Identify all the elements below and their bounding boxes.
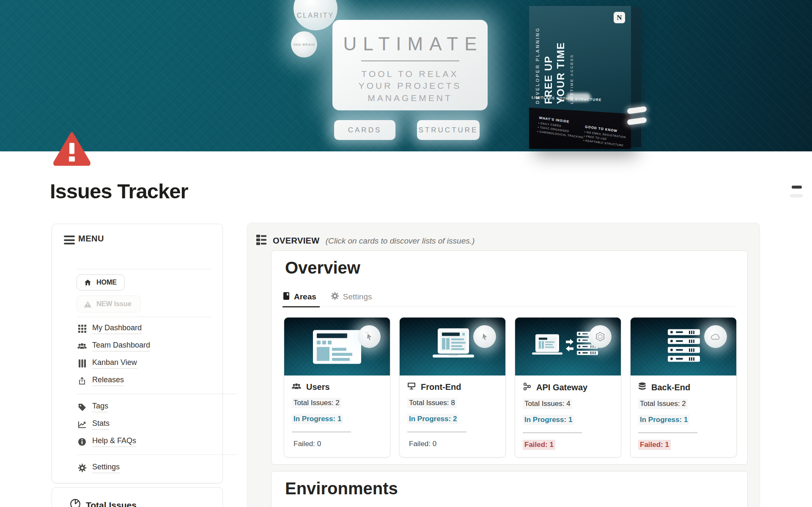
- banner-cards-chip: CARDS: [334, 120, 395, 140]
- main-content-panel: OVERVIEW (Click on cards to discover lis…: [247, 223, 760, 507]
- sidebar-stats-card: Total Issues: [52, 487, 223, 507]
- sidebar-item-releases[interactable]: Releases: [77, 372, 213, 389]
- team-people-icon: [77, 342, 87, 351]
- hero-title: ULTIMATE: [332, 33, 488, 55]
- total-issues-stat: Total Issues: 8: [407, 398, 457, 408]
- api-gateway-card-illustration: [515, 318, 621, 375]
- area-card-title-row: Back-End: [638, 382, 729, 393]
- issues-tracker-page: CLARITY 2ND BRAIN ULTIMATE TOOL TO RELAX…: [0, 0, 812, 507]
- second-brain-bubble: 2ND BRAIN: [291, 31, 317, 58]
- home-button[interactable]: HOME: [77, 274, 125, 290]
- pie-chart-icon: [70, 499, 81, 507]
- sidebar-item-label: Kanban View: [92, 358, 137, 369]
- failed-stat: Failed: 0: [292, 439, 323, 449]
- collapse-minus-icon[interactable]: [792, 186, 802, 189]
- overview-card: Overview Areas Settings: [271, 250, 748, 465]
- front-end-card-body: Front-End Total Issues: 8 In Progress: 2…: [400, 375, 505, 449]
- box-kicker: DEVELOPER PLANNING: [535, 21, 540, 104]
- cloud-badge-icon: [704, 325, 727, 348]
- home-button-label: HOME: [96, 279, 117, 286]
- failed-stat: Failed: 0: [407, 439, 438, 449]
- failed-stat: Failed: 1: [638, 440, 671, 450]
- sidebar-item-label: Settings: [92, 463, 120, 473]
- users-card-illustration: [284, 318, 390, 375]
- area-card-api-gateway[interactable]: API Gateway Total Issues: 4 In Progress:…: [515, 317, 621, 458]
- info-circle-icon: [77, 437, 87, 447]
- box-bottom-band: WHAT'S INSIDE DAILY CARDS TOPIC ORGANISE…: [529, 107, 631, 149]
- area-card-back-end[interactable]: Back-End Total Issues: 2 In Progress: 1 …: [630, 317, 737, 458]
- product-box: N DEVELOPER PLANNING FREE UP YOUR TIME L…: [529, 6, 641, 150]
- total-issues-row: Total Issues: [70, 499, 137, 507]
- sidebar-item-tags[interactable]: Tags: [77, 398, 213, 416]
- sidebar-divider: [77, 269, 212, 269]
- sidebar-item-label: Team Dashboard: [92, 341, 150, 351]
- notion-logo: N: [614, 12, 625, 23]
- area-card-title-row: API Gateway: [523, 382, 613, 393]
- api-gateway-icon: [523, 382, 531, 393]
- overview-tabs: Areas Settings: [283, 287, 735, 307]
- sidebar-item-kanban-view[interactable]: Kanban View: [77, 355, 213, 372]
- sidebar-item-label: Releases: [92, 375, 124, 386]
- new-issue-button-label: NEW Issue: [96, 300, 132, 308]
- overview-section-header: OVERVIEW (Click on cards to discover lis…: [256, 234, 475, 247]
- area-cards-grid: Users Total Issues: 2 In Progress: 1 Fai…: [284, 317, 737, 458]
- box-subtitle: LIFETIME ACCESS: [570, 21, 574, 104]
- page-title: Issues Tracker: [50, 179, 188, 203]
- new-issue-warning-icon: [83, 299, 92, 309]
- total-issues-stat: Total Issues: 2: [292, 398, 341, 408]
- clarity-bubble: CLARITY: [294, 0, 337, 30]
- dashboard-grid-icon: [77, 324, 87, 334]
- kanban-columns-icon: [77, 359, 87, 368]
- overview-title: Overview: [285, 258, 360, 277]
- settings-tab-gear-icon: [331, 292, 339, 302]
- hamburger-menu-icon[interactable]: [64, 236, 75, 244]
- sidebar-divider: [77, 455, 236, 455]
- hero-subtitle: TOOL TO RELAX YOUR PROJECTS MANAGEMENT: [343, 68, 478, 104]
- area-card-name: Back-End: [651, 383, 690, 392]
- share-export-icon: [77, 376, 87, 386]
- sidebar-item-settings[interactable]: Settings: [77, 459, 213, 477]
- box-know-column: GOOD TO KNOW NO EMAIL REGISTRATION FREE …: [583, 125, 627, 148]
- settings-gear-icon: [77, 463, 87, 473]
- collapse-minus-shadow: [790, 194, 803, 197]
- in-progress-stat: In Progress: 1: [292, 414, 343, 424]
- sidebar-item-team-dashboard[interactable]: Team Dashboard: [77, 337, 213, 355]
- sidebar-item-my-dashboard[interactable]: My Dashboard: [77, 320, 213, 337]
- new-issue-button[interactable]: NEW Issue: [77, 296, 141, 312]
- api-gateway-card-body: API Gateway Total Issues: 4 In Progress:…: [515, 375, 621, 450]
- failed-stat: Failed: 1: [523, 440, 555, 450]
- hero-divider: [361, 60, 459, 61]
- area-card-name: API Gateway: [536, 383, 587, 392]
- back-end-card-illustration: [631, 318, 736, 375]
- tag-icon: [77, 403, 87, 412]
- sidebar-item-label: My Dashboard: [92, 323, 142, 334]
- banner-structure-chip: STRUCTURE: [417, 120, 480, 140]
- total-issues-stat: Total Issues: 4: [523, 399, 572, 409]
- cursor-badge-icon: [358, 325, 381, 348]
- sidebar-item-stats[interactable]: Stats: [77, 416, 213, 433]
- environments-card: Environments: [271, 471, 748, 507]
- banner-hero-card: ULTIMATE TOOL TO RELAX YOUR PROJECTS MAN…: [332, 20, 488, 110]
- back-end-card-body: Back-End Total Issues: 2 In Progress: 1 …: [631, 375, 736, 450]
- hexagon-badge-icon: [589, 325, 612, 348]
- users-card-body: Users Total Issues: 2 In Progress: 1 Fai…: [284, 375, 390, 449]
- in-progress-stat: In Progress: 1: [638, 415, 689, 425]
- overview-list-icon: [256, 234, 267, 247]
- area-card-name: Front-End: [421, 382, 461, 392]
- overview-section-hint: (Click on cards to discover lists of iss…: [326, 236, 475, 246]
- in-progress-stat: In Progress: 2: [407, 414, 458, 424]
- sidebar-divider: [77, 394, 236, 394]
- in-progress-stat: In Progress: 1: [523, 415, 574, 425]
- area-card-users[interactable]: Users Total Issues: 2 In Progress: 1 Fai…: [284, 317, 390, 458]
- clarity-bubble-label: CLARITY: [297, 12, 335, 19]
- box-inside-column: WHAT'S INSIDE DAILY CARDS TOPIC ORGANISE…: [537, 116, 585, 140]
- area-card-front-end[interactable]: Front-End Total Issues: 8 In Progress: 2…: [399, 317, 506, 458]
- tab-settings[interactable]: Settings: [331, 287, 372, 307]
- sidebar-item-help-faqs[interactable]: Help & FAQs: [77, 433, 213, 450]
- notion-logo-letter: N: [617, 14, 622, 22]
- monitor-icon: [407, 382, 416, 392]
- tab-areas[interactable]: Areas: [283, 287, 316, 307]
- sidebar-menu-card: MENU HOME NEW Issue: [52, 224, 223, 483]
- area-card-title-row: Users: [292, 382, 382, 392]
- area-card-name: Users: [306, 382, 330, 392]
